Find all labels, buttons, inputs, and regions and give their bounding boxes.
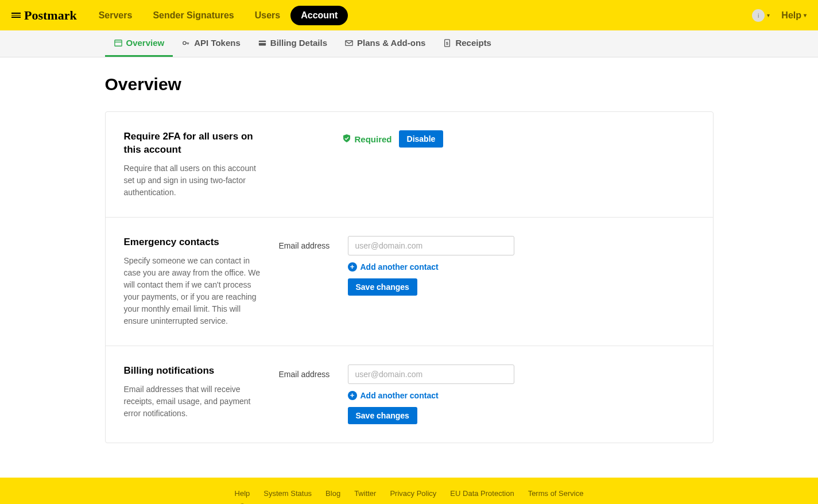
tab-receipts[interactable]: $ Receipts — [434, 30, 500, 57]
add-link-label: Add another contact — [360, 391, 439, 400]
logo[interactable]: Postmark — [11, 8, 77, 23]
svg-rect-7 — [346, 40, 352, 45]
add-emergency-contact-link[interactable]: + Add another contact — [348, 262, 695, 272]
svg-text:$: $ — [446, 41, 448, 45]
shield-check-icon — [342, 134, 351, 145]
user-menu[interactable]: i ▾ — [752, 9, 770, 22]
card-icon — [114, 38, 123, 48]
help-label: Help — [781, 10, 801, 21]
nav-account[interactable]: Account — [290, 6, 348, 25]
section-billing-notifications: Billing notifications Email addresses th… — [106, 346, 713, 443]
nav-sender-signatures[interactable]: Sender Signatures — [142, 5, 244, 26]
footer: Help System Status Blog Twitter Privacy … — [0, 478, 818, 504]
emergency-email-input[interactable] — [348, 236, 514, 255]
section-desc: Specify someone we can contact in case y… — [124, 255, 262, 327]
tab-label: Plans & Add-ons — [357, 38, 425, 48]
nav-servers[interactable]: Servers — [88, 5, 143, 26]
tab-api-tokens[interactable]: API Tokens — [173, 30, 249, 57]
section-title: Require 2FA for all users on this accoun… — [124, 130, 262, 157]
topnav-right: i ▾ Help ▾ — [752, 9, 807, 22]
status-text: Required — [355, 134, 392, 144]
section-2fa: Require 2FA for all users on this accoun… — [106, 112, 713, 218]
settings-card: Require 2FA for all users on this accoun… — [105, 111, 714, 443]
section-title: Billing notifications — [124, 365, 262, 378]
envelope-icon — [344, 38, 354, 48]
nav-links: Servers Sender Signatures Users Account — [88, 5, 348, 26]
logo-text: Postmark — [24, 8, 77, 23]
footer-link-eu-data[interactable]: EU Data Protection — [450, 489, 514, 498]
plus-circle-icon: + — [348, 391, 357, 400]
plus-circle-icon: + — [348, 262, 357, 272]
tab-plans-addons[interactable]: Plans & Add-ons — [336, 30, 434, 57]
save-emergency-button[interactable]: Save changes — [348, 278, 417, 296]
tab-label: API Tokens — [194, 38, 241, 48]
logo-lines-icon — [11, 11, 21, 19]
receipt-icon: $ — [443, 38, 452, 48]
footer-link-blog[interactable]: Blog — [325, 489, 340, 498]
email-label: Email address — [279, 241, 336, 250]
creditcard-icon — [258, 38, 267, 48]
section-emergency-contacts: Emergency contacts Specify someone we ca… — [106, 218, 713, 346]
avatar-icon: i — [752, 9, 765, 22]
save-billing-button[interactable]: Save changes — [348, 407, 417, 424]
caret-down-icon: ▾ — [804, 12, 807, 18]
add-link-label: Add another contact — [360, 262, 439, 272]
key-icon — [181, 38, 191, 48]
status-badge: Required — [342, 134, 392, 145]
tab-label: Overview — [126, 38, 165, 48]
tab-overview[interactable]: Overview — [105, 30, 173, 57]
section-desc: Require that all users on this account s… — [124, 162, 262, 199]
tab-label: Receipts — [455, 38, 491, 48]
tab-label: Billing Details — [270, 38, 327, 48]
help-menu[interactable]: Help ▾ — [781, 10, 807, 21]
svg-rect-6 — [259, 42, 266, 43]
section-desc: Email addresses that will receive receip… — [124, 383, 262, 420]
section-title: Emergency contacts — [124, 236, 262, 249]
main-content: Overview Require 2FA for all users on th… — [94, 57, 725, 478]
footer-link-twitter[interactable]: Twitter — [354, 489, 376, 498]
svg-point-2 — [183, 41, 186, 44]
billing-email-input[interactable] — [348, 365, 514, 384]
caret-down-icon: ▾ — [767, 12, 770, 18]
email-label: Email address — [279, 370, 336, 379]
footer-link-privacy[interactable]: Privacy Policy — [390, 489, 436, 498]
page-title: Overview — [105, 75, 714, 94]
svg-rect-0 — [114, 40, 121, 46]
footer-link-status[interactable]: System Status — [263, 489, 312, 498]
top-nav: Postmark Servers Sender Signatures Users… — [0, 0, 818, 30]
tab-billing-details[interactable]: Billing Details — [249, 30, 336, 57]
footer-link-help[interactable]: Help — [235, 489, 250, 498]
disable-2fa-button[interactable]: Disable — [399, 130, 444, 148]
nav-users[interactable]: Users — [245, 5, 290, 26]
add-billing-contact-link[interactable]: + Add another contact — [348, 391, 695, 400]
footer-link-terms[interactable]: Terms of Service — [528, 489, 584, 498]
sub-nav: Overview API Tokens Billing Details Plan… — [0, 30, 818, 57]
